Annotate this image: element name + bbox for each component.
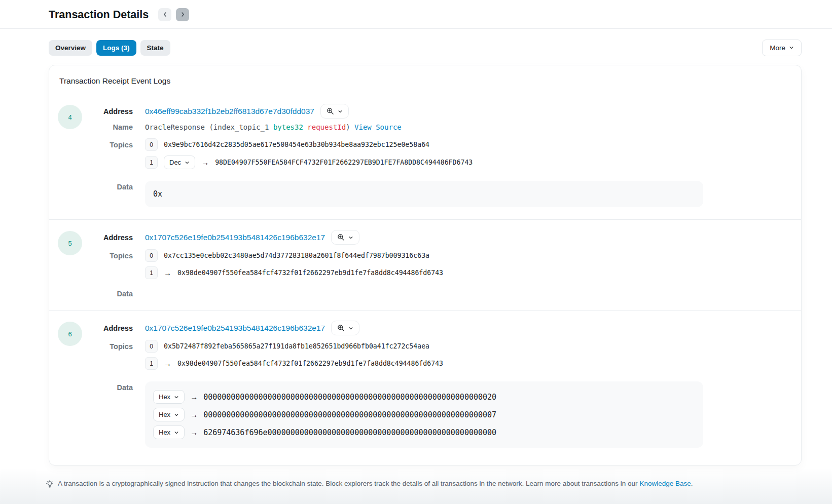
tab-logs-3[interactable]: Logs (3) — [96, 40, 136, 56]
more-button-label: More — [770, 44, 785, 52]
prev-transaction-button[interactable] — [158, 8, 171, 21]
view-source-link[interactable]: View Source — [354, 123, 402, 131]
tab-overview[interactable]: Overview — [49, 40, 92, 56]
topic-index-badge: 1 — [145, 266, 158, 279]
footer-text-body: A transaction is a cryptographically sig… — [58, 480, 639, 487]
topics-label: Topics — [82, 252, 133, 260]
chevron-down-icon — [348, 326, 353, 331]
topic-value: 0x9e9bc7616d42c2835d05ae617e508454e63b30… — [164, 141, 429, 148]
chevron-down-icon — [174, 395, 179, 400]
topic-value: 0x7cc135e0cebb02c3480ae5d74d377283180a26… — [164, 252, 429, 259]
data-line: Hex→626974636f696e0000000000000000000000… — [153, 425, 695, 439]
dropdown-label: Dec — [169, 159, 181, 166]
topic-line: 1→0x98de04907f550fea584fcf4732f01f266229… — [145, 266, 761, 279]
log-row-topic: 1→0x98de04907f550fea584fcf4732f01f266229… — [82, 266, 761, 279]
topic-value: 0x98de04907f550fea584fcf4732f01f2662297e… — [177, 360, 443, 367]
log-row-address: Address0x1707c526e19fe0b254193b5481426c1… — [82, 321, 761, 335]
address-value-group: 0x46eff99cab332f1b2eb2ff6813d67e7d30fdd0… — [145, 104, 761, 119]
address-filter-button[interactable] — [331, 321, 359, 335]
address-link[interactable]: 0x1707c526e19fe0b254193b5481426c196b632e… — [145, 324, 325, 333]
topic-line: 1Dec→98DE04907F550FEA584FCF4732F01F26622… — [145, 156, 761, 169]
arrow-right-icon: → — [164, 269, 171, 277]
address-value-group: 0x1707c526e19fe0b254193b5481426c196b632e… — [145, 230, 761, 245]
chevron-right-icon — [180, 11, 186, 19]
tab-bar: OverviewLogs (3)State — [49, 40, 170, 56]
data-encoding-select[interactable]: Hex — [153, 408, 185, 421]
dropdown-label: Hex — [159, 393, 170, 401]
address-filter-button[interactable] — [331, 230, 359, 245]
data-encoding-select[interactable]: Hex — [153, 390, 185, 404]
arrow-right-icon: → — [201, 159, 209, 166]
address-label: Address — [82, 107, 133, 115]
chevron-down-icon — [338, 109, 343, 114]
chevron-down-icon — [185, 160, 190, 165]
chevron-down-icon — [789, 44, 794, 52]
dropdown-label: Hex — [159, 411, 170, 418]
chevron-down-icon — [348, 235, 353, 240]
log-rows: Address0x1707c526e19fe0b254193b5481426c1… — [82, 230, 761, 298]
address-filter-button[interactable] — [320, 104, 349, 119]
address-value-group: 0x1707c526e19fe0b254193b5481426c196b632e… — [145, 321, 761, 335]
event-name: OracleResponse (index_topic_1 bytes32 re… — [145, 123, 761, 131]
address-label: Address — [82, 324, 133, 332]
data-box: Hex→000000000000000000000000000000000000… — [145, 381, 703, 448]
topic-value: 0x98de04907f550fea584fcf4732f01f2662297e… — [177, 269, 443, 277]
chevron-left-icon — [162, 11, 168, 19]
data-content: Hex→000000000000000000000000000000000000… — [145, 374, 761, 448]
data-label: Data — [82, 383, 133, 392]
log-entry: 5Address0x1707c526e19fe0b254193b5481426c… — [49, 219, 801, 310]
log-rows: Address0x46eff99cab332f1b2eb2ff6813d67e7… — [82, 104, 761, 207]
topic-index-badge: 1 — [145, 156, 158, 169]
topic-line: 1→0x98de04907f550fea584fcf4732f01f266229… — [145, 357, 761, 370]
card-title: Transaction Receipt Event Logs — [49, 74, 801, 94]
address-link[interactable]: 0x46eff99cab332f1b2eb2ff6813d67e7d30fdd0… — [145, 107, 314, 116]
topics-label: Topics — [82, 141, 133, 149]
tab-state[interactable]: State — [140, 40, 170, 56]
topic-line: 00x9e9bc7616d42c2835d05ae617e508454e63b3… — [145, 138, 761, 151]
address-label: Address — [82, 234, 133, 242]
dropdown-label: Hex — [159, 429, 170, 436]
log-row-data: Data0x — [82, 174, 761, 207]
more-button[interactable]: More — [762, 40, 802, 56]
data-encoding-select[interactable]: Hex — [153, 425, 185, 439]
page-header: Transaction Details — [0, 0, 832, 28]
topic-line: 00x7cc135e0cebb02c3480ae5d74d377283180a2… — [145, 249, 761, 262]
event-name-token: bytes32 — [273, 123, 303, 131]
topic-index-badge: 0 — [145, 340, 158, 353]
log-rows: Address0x1707c526e19fe0b254193b5481426c1… — [82, 321, 761, 448]
knowledge-base-link[interactable]: Knowledge Base — [639, 480, 691, 487]
zoom-plus-icon — [337, 324, 345, 332]
data-label: Data — [82, 290, 133, 298]
log-row-data: DataHex→00000000000000000000000000000000… — [82, 374, 761, 448]
address-link[interactable]: 0x1707c526e19fe0b254193b5481426c196b632e… — [145, 233, 325, 242]
header-divider — [0, 28, 832, 29]
arrow-right-icon: → — [190, 429, 198, 436]
log-index-badge: 5 — [58, 231, 82, 255]
chevron-down-icon — [174, 412, 179, 417]
next-transaction-button[interactable] — [176, 8, 189, 21]
event-logs-card: Transaction Receipt Event Logs 4Address0… — [49, 65, 802, 466]
chevron-down-icon — [174, 430, 179, 435]
log-row-data: Data — [82, 284, 761, 298]
zoom-plus-icon — [327, 107, 334, 115]
data-value: 0000000000000000000000000000000000000000… — [203, 410, 496, 419]
log-index-badge: 6 — [58, 322, 82, 346]
log-row-address: Address0x46eff99cab332f1b2eb2ff6813d67e7… — [82, 104, 761, 119]
topic-index-badge: 1 — [145, 357, 158, 370]
topic-value: 98DE04907F550FEA584FCF4732F01F2662297EB9… — [215, 159, 473, 166]
data-line: 0x — [153, 189, 695, 199]
data-box: 0x — [145, 181, 703, 207]
topic-index-badge: 0 — [145, 249, 158, 262]
log-row-topic: 1→0x98de04907f550fea584fcf4732f01f266229… — [82, 357, 761, 370]
data-label: Data — [82, 183, 133, 191]
log-row-topic: Topics00x9e9bc7616d42c2835d05ae617e50845… — [82, 138, 761, 151]
topic-encoding-select[interactable]: Dec — [164, 156, 195, 169]
tabs-row: OverviewLogs (3)State More — [49, 40, 802, 56]
data-value: 0x — [153, 189, 162, 199]
log-index-badge: 4 — [58, 105, 82, 129]
data-line: Hex→000000000000000000000000000000000000… — [153, 408, 695, 421]
log-entry: 6Address0x1707c526e19fe0b254193b5481426c… — [49, 310, 801, 460]
data-line: Hex→000000000000000000000000000000000000… — [153, 390, 695, 404]
data-value: 626974636f696e00000000000000000000000000… — [203, 428, 496, 437]
event-name-token: ) — [346, 123, 354, 131]
